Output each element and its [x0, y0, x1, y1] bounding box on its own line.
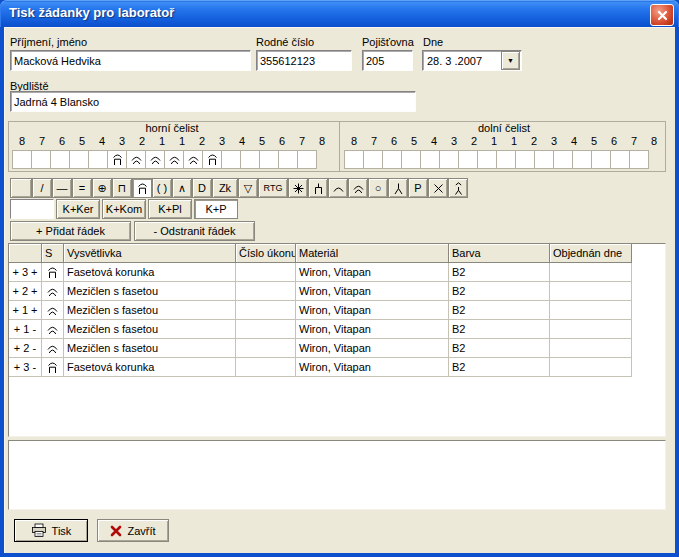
- description-cell[interactable]: Mezičlen s fasetou: [64, 301, 236, 320]
- preset-k-pl[interactable]: K+Pl: [148, 199, 192, 219]
- ordered-date-cell[interactable]: [550, 320, 632, 339]
- titlebar[interactable]: Tisk žádanky pro laboratoř: [0, 0, 679, 27]
- tooth-cell[interactable]: [458, 150, 478, 169]
- tooth-code-cell[interactable]: + 3 -: [9, 358, 42, 377]
- tooth-cell[interactable]: [278, 150, 298, 169]
- color-cell[interactable]: B2: [449, 320, 550, 339]
- rtg-tool[interactable]: RTG: [258, 178, 288, 198]
- tooth-cell[interactable]: [126, 150, 146, 169]
- tooth-cell[interactable]: [183, 150, 203, 169]
- material-cell[interactable]: Wiron, Vitapan: [296, 263, 449, 282]
- date-combobox[interactable]: 28. 3 .2007 ▼: [422, 50, 522, 71]
- x-tool[interactable]: [428, 178, 448, 198]
- symbol-cell[interactable]: [42, 320, 64, 339]
- material-cell[interactable]: Wiron, Vitapan: [296, 282, 449, 301]
- tooth-code-cell[interactable]: + 2 +: [9, 282, 42, 301]
- tooth-cell[interactable]: [12, 150, 32, 169]
- column-header[interactable]: Materiál: [296, 244, 449, 263]
- arc-tool[interactable]: [328, 178, 348, 198]
- tooth-cell[interactable]: [572, 150, 592, 169]
- tooth-cell[interactable]: [31, 150, 51, 169]
- double-arc-tool[interactable]: [348, 178, 368, 198]
- color-cell[interactable]: B2: [449, 263, 550, 282]
- tooth-cell[interactable]: [344, 150, 364, 169]
- tooth-cell[interactable]: [420, 150, 440, 169]
- tooth-cell[interactable]: [69, 150, 89, 169]
- column-header[interactable]: Vysvětlivka: [64, 244, 236, 263]
- chevron-down-icon[interactable]: ▼: [501, 51, 520, 70]
- tooth-cell[interactable]: [439, 150, 459, 169]
- material-cell[interactable]: Wiron, Vitapan: [296, 301, 449, 320]
- description-cell[interactable]: Fasetová korunka: [64, 358, 236, 377]
- column-header[interactable]: S: [42, 244, 64, 263]
- preset-k-kom[interactable]: K+Kom: [102, 199, 146, 219]
- procedure-number-cell[interactable]: [236, 282, 296, 301]
- ordered-date-cell[interactable]: [550, 282, 632, 301]
- circle-plus-tool[interactable]: ⊕: [92, 178, 112, 198]
- tooth-cell[interactable]: [515, 150, 535, 169]
- procedure-number-cell[interactable]: [236, 301, 296, 320]
- tooth-cell[interactable]: [145, 150, 165, 169]
- table-row[interactable]: + 3 +Fasetová korunkaWiron, VitapanB2: [9, 263, 665, 282]
- table-row[interactable]: + 1 -Mezičlen s fasetouWiron, VitapanB2: [9, 320, 665, 339]
- insurance-input[interactable]: [362, 50, 413, 71]
- preset-k-ker[interactable]: K+Ker: [56, 199, 100, 219]
- tooth-cell[interactable]: [297, 150, 317, 169]
- address-input[interactable]: [10, 91, 416, 112]
- column-header[interactable]: [9, 244, 42, 263]
- tooth-cell[interactable]: [88, 150, 108, 169]
- add-row-button[interactable]: + Přidat řádek: [10, 221, 131, 241]
- color-cell[interactable]: B2: [449, 282, 550, 301]
- tooth-cell[interactable]: [164, 150, 184, 169]
- tooth-cell[interactable]: [610, 150, 630, 169]
- square-cap-tool[interactable]: ⊓: [112, 178, 132, 198]
- table-row[interactable]: + 3 -Fasetová korunkaWiron, VitapanB2: [9, 358, 665, 377]
- description-cell[interactable]: Fasetová korunka: [64, 263, 236, 282]
- ordered-date-cell[interactable]: [550, 358, 632, 377]
- blank-tool[interactable]: [10, 178, 32, 198]
- zk-tool[interactable]: Zk: [212, 178, 238, 198]
- procedure-number-cell[interactable]: [236, 320, 296, 339]
- ordered-date-cell[interactable]: [550, 339, 632, 358]
- column-header[interactable]: Barva: [449, 244, 550, 263]
- star-tool[interactable]: [288, 178, 308, 198]
- tooth-cell[interactable]: [202, 150, 222, 169]
- birth-number-input[interactable]: [256, 50, 352, 71]
- tooth-code-cell[interactable]: + 1 -: [9, 320, 42, 339]
- material-cell[interactable]: Wiron, Vitapan: [296, 339, 449, 358]
- procedure-number-cell[interactable]: [236, 358, 296, 377]
- inverted-y-hat-tool[interactable]: [448, 178, 468, 198]
- tooth-cell[interactable]: [50, 150, 70, 169]
- double-line-tool[interactable]: =: [72, 178, 92, 198]
- color-cell[interactable]: B2: [449, 339, 550, 358]
- name-input[interactable]: [10, 50, 251, 71]
- inverted-y-tool[interactable]: [388, 178, 408, 198]
- notes-area[interactable]: [8, 440, 666, 510]
- slash-tool[interactable]: /: [32, 178, 52, 198]
- material-cell[interactable]: Wiron, Vitapan: [296, 358, 449, 377]
- tooth-cell[interactable]: [629, 150, 649, 169]
- color-cell[interactable]: B2: [449, 358, 550, 377]
- circle-tool[interactable]: ○: [368, 178, 388, 198]
- d-tool[interactable]: D: [192, 178, 212, 198]
- ordered-date-cell[interactable]: [550, 263, 632, 282]
- table-row[interactable]: + 1 +Mezičlen s fasetouWiron, VitapanB2: [9, 301, 665, 320]
- tooth-cell[interactable]: [553, 150, 573, 169]
- p-tool[interactable]: P: [408, 178, 428, 198]
- tooth-cell[interactable]: [382, 150, 402, 169]
- tooth-cell[interactable]: [259, 150, 279, 169]
- tooth-cell[interactable]: [534, 150, 554, 169]
- symbol-cell[interactable]: [42, 263, 64, 282]
- preset-display-box[interactable]: [10, 199, 54, 219]
- description-cell[interactable]: Mezičlen s fasetou: [64, 339, 236, 358]
- tooth-cell[interactable]: [240, 150, 260, 169]
- close-button[interactable]: [650, 4, 674, 26]
- tooth-cell[interactable]: [496, 150, 516, 169]
- line-tool[interactable]: —: [52, 178, 72, 198]
- tooth-cell[interactable]: [591, 150, 611, 169]
- tooth-cell[interactable]: [107, 150, 127, 169]
- tooth-cell[interactable]: [401, 150, 421, 169]
- description-cell[interactable]: Mezičlen s fasetou: [64, 320, 236, 339]
- table-row[interactable]: + 2 -Mezičlen s fasetouWiron, VitapanB2: [9, 339, 665, 358]
- tooth-code-cell[interactable]: + 1 +: [9, 301, 42, 320]
